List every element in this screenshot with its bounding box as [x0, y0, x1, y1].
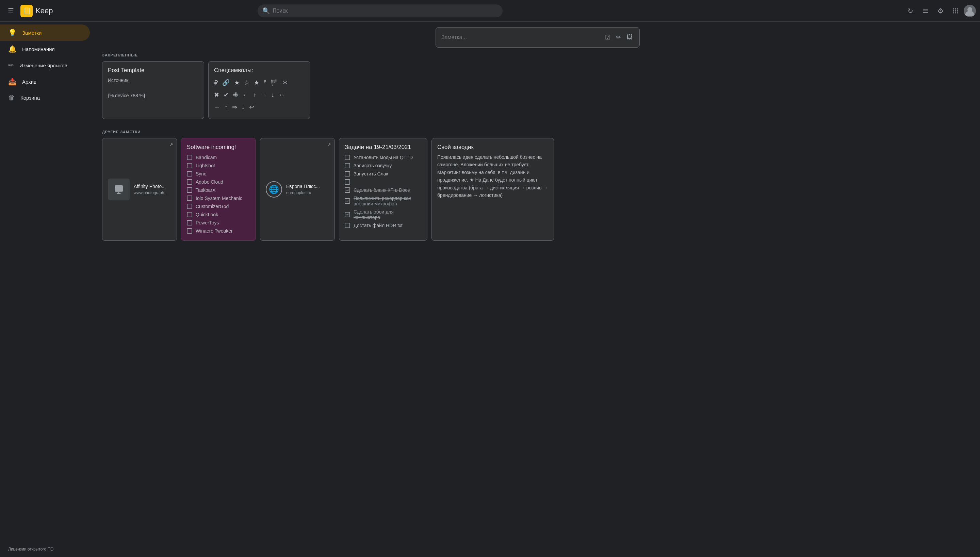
note-body: Источник: {% device 788 %} [108, 77, 198, 99]
note-affinity: Affinity Photo... www.photograph... ↗ [102, 138, 177, 241]
check-item-bandicam: Bandicam [187, 153, 250, 161]
europaplus-title: Европа Плюс... [286, 184, 329, 189]
note-svoy-zavodnik: Свой заводик Появилась идея сделать небо… [431, 138, 554, 241]
checkbox-customizergod[interactable] [187, 204, 192, 209]
external-link-icon-euro[interactable]: ↗ [327, 142, 331, 147]
checkbox-sync[interactable] [187, 171, 192, 176]
checkbox-wallpaper[interactable]: ✓ [345, 212, 350, 217]
header: ☰ 📒 Keep 🔍 ↻ ⚙ [0, 0, 980, 22]
svg-point-11 [957, 12, 958, 13]
sidebar-item-labels[interactable]: ✏ Изменение ярлыков [0, 57, 90, 73]
sidebar-item-labels-label: Изменение ярлыков [20, 63, 67, 68]
external-link-icon[interactable]: ↗ [169, 142, 173, 147]
labels-icon: ✏ [8, 61, 14, 69]
logo-text: Keep [35, 7, 53, 15]
check-item-quicklook: QuickLook [187, 210, 250, 219]
svg-rect-13 [115, 185, 123, 192]
main-content: ☑ ✏ 🖼 ЗАКРЕПЛЁННЫЕ Post Template Источни… [95, 22, 980, 557]
checkbox-hdr[interactable] [345, 223, 350, 228]
checkbox-iolo[interactable] [187, 195, 192, 201]
check-item-winaero: Winaero Tweaker [187, 227, 250, 235]
logo: 📒 Keep [20, 5, 53, 17]
checkbox-bandicam[interactable] [187, 155, 192, 160]
check-item-iolo: Iolo System Mechanic [187, 194, 250, 202]
search-input[interactable] [258, 5, 503, 17]
new-note-actions: ☑ ✏ 🖼 [604, 32, 634, 42]
checkbox-quicklook[interactable] [187, 212, 192, 217]
svg-point-3 [953, 8, 954, 9]
menu-button[interactable]: ☰ [4, 4, 18, 18]
check-item-adobe-cloud: Adobe Cloud [187, 178, 250, 186]
sidebar-footer[interactable]: Лицензии открытого ПО [0, 541, 95, 557]
sidebar-item-notes-label: Заметки [22, 30, 41, 36]
check-item-lightshot: Lightshot [187, 161, 250, 170]
check-item-hdr: Достать файл HDR txt [345, 221, 421, 230]
checkbox-adobe-cloud[interactable] [187, 179, 192, 185]
checkbox-docs[interactable]: ✓ [345, 187, 350, 193]
note-title: Спецсимволы: [214, 67, 305, 74]
pinned-section-label: ЗАКРЕПЛЁННЫЕ [102, 53, 973, 57]
new-checkbox-button[interactable]: ☑ [604, 32, 612, 42]
checkbox-record[interactable] [345, 163, 350, 168]
checkbox-qttd[interactable] [345, 155, 350, 160]
sidebar-item-trash[interactable]: 🗑 Корзина [0, 90, 90, 106]
check-item-empty [345, 178, 421, 186]
sidebar-item-archive-label: Архив [22, 79, 36, 85]
new-note-input[interactable] [441, 34, 601, 41]
checkbox-slack[interactable] [345, 171, 350, 176]
list-view-button[interactable] [919, 4, 933, 18]
checkbox-powertoys[interactable] [187, 220, 192, 225]
refresh-button[interactable]: ↻ [904, 4, 917, 18]
note-title: Software incoming! [187, 144, 250, 151]
checkbox-empty[interactable] [345, 179, 350, 185]
layout: 💡 Заметки 🔔 Напоминания ✏ Изменение ярлы… [0, 22, 980, 557]
note-title: Задачи на 19-21/03/2021 [345, 144, 421, 151]
apps-button[interactable] [949, 4, 962, 18]
svg-rect-0 [923, 9, 928, 10]
checkbox-recorder[interactable]: ✓ [345, 198, 350, 204]
trash-icon: 🗑 [8, 94, 15, 102]
check-item-wallpaper: ✓ Сделать обои для компьютора [345, 208, 421, 221]
sidebar: 💡 Заметки 🔔 Напоминания ✏ Изменение ярлы… [0, 22, 95, 557]
svg-rect-2 [923, 12, 928, 13]
sidebar-item-trash-label: Корзина [20, 95, 40, 101]
check-item-sync: Sync [187, 170, 250, 178]
check-item-qttd: Установить моды на QTTD [345, 153, 421, 161]
note-tasks-mar: Задачи на 19-21/03/2021 Установить моды … [339, 138, 427, 241]
pinned-notes-grid: Post Template Источник: {% device 788 %}… [102, 61, 973, 119]
note-post-template: Post Template Источник: {% device 788 %} [102, 61, 204, 119]
affinity-thumbnail [108, 179, 130, 200]
sidebar-item-reminders-label: Напоминания [22, 46, 55, 52]
check-item-taskbarx: TaskbarX [187, 186, 250, 194]
checkbox-winaero[interactable] [187, 228, 192, 234]
other-section-label: ДРУГИЕ ЗАМЕТКИ [102, 130, 973, 134]
svg-point-10 [955, 12, 956, 13]
archive-icon: 📥 [8, 78, 17, 86]
svg-point-7 [955, 10, 956, 11]
checkbox-taskbarx[interactable] [187, 187, 192, 193]
note-body: Появилась идея сделать небольшой бизнес … [437, 153, 548, 199]
check-item-record: Записать озвучку [345, 161, 421, 170]
check-item-recorder: ✓ Подключить рекордер как внешний микроф… [345, 194, 421, 208]
check-item-customizergod: CustomizerGod [187, 202, 250, 210]
reminders-icon: 🔔 [8, 45, 17, 53]
europaplus-info: Европа Плюс... europaplus.ru [286, 184, 329, 195]
settings-button[interactable]: ⚙ [934, 4, 947, 18]
avatar[interactable] [964, 5, 976, 17]
sidebar-item-reminders[interactable]: 🔔 Напоминания [0, 41, 90, 57]
other-notes-grid: Affinity Photo... www.photograph... ↗ So… [102, 138, 973, 241]
note-title: Свой заводик [437, 144, 548, 151]
tasks-checklist: Установить моды на QTTD Записать озвучку… [345, 153, 421, 230]
affinity-url: www.photograph... [134, 191, 171, 195]
globe-icon: 🌐 [266, 181, 282, 197]
sidebar-item-archive[interactable]: 📥 Архив [0, 73, 90, 90]
sidebar-item-notes[interactable]: 💡 Заметки [0, 24, 90, 41]
europaplus-url: europaplus.ru [286, 191, 329, 195]
search-icon: 🔍 [262, 7, 270, 15]
new-drawing-button[interactable]: ✏ [614, 32, 622, 42]
new-image-button[interactable]: 🖼 [625, 32, 634, 42]
search-container: 🔍 [258, 5, 503, 17]
header-actions: ↻ ⚙ [904, 4, 976, 18]
new-note-bar: ☑ ✏ 🖼 [436, 27, 640, 47]
checkbox-lightshot[interactable] [187, 163, 192, 168]
